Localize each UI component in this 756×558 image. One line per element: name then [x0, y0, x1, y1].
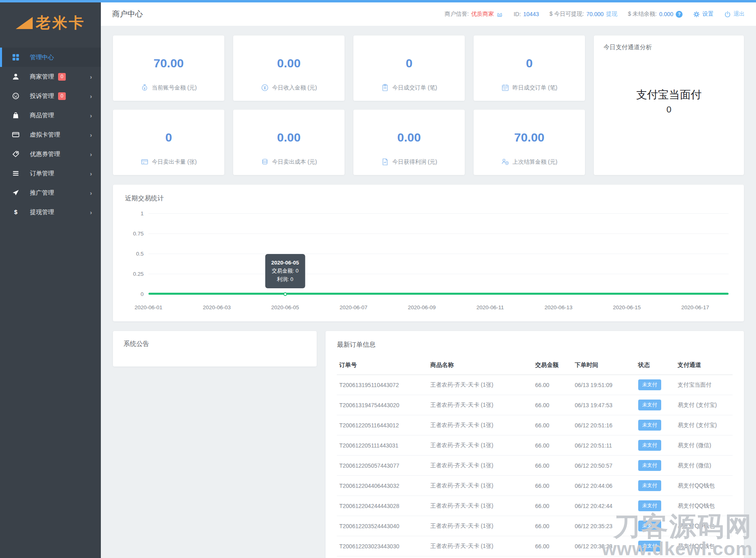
sidebar-item-withdraw[interactable]: 提现管理 › [0, 202, 101, 222]
id-label: ID: [514, 11, 521, 17]
order-status-cell: 未支付 [636, 536, 675, 556]
page-title: 商户中心 [112, 9, 143, 19]
sidebar-item-label: 推广管理 [30, 189, 54, 197]
unsettled-value: 0.000 [659, 11, 673, 17]
logout-button[interactable]: 退出 [724, 10, 745, 18]
sidebar-item-coupon[interactable]: 优惠券管理 › [0, 144, 101, 164]
stat-value: 0 [406, 56, 413, 70]
stat-label: 今日卖出卡量 (张) [140, 158, 196, 166]
sidebar-item-order[interactable]: 订单管理 › [0, 164, 101, 183]
stat-card-icon [501, 158, 510, 166]
column-header: 支付通道 [675, 356, 733, 375]
order-channel-cell: 易支付 (支付宝) [675, 395, 733, 415]
order-amount-cell: 66.00 [533, 476, 572, 496]
brand-name: 老米卡 [36, 13, 86, 33]
sidebar-item-dashboard[interactable]: 管理中心 [0, 48, 101, 67]
stat-card-icon [381, 83, 389, 92]
transaction-chart-card: 近期交易统计 10.750.50.250 2020-06 [113, 185, 744, 321]
stat-label: 昨日成交订单 (笔) [501, 83, 557, 92]
settings-button[interactable]: 设置 [693, 10, 714, 18]
x-axis-tick: 2020-06-09 [408, 304, 436, 310]
sidebar-item-virtual-card[interactable]: 虚拟卡管理 › [0, 125, 101, 144]
stats-row: 70.00 当前账号金额 (元) 0.00 今日收入金额 (元) 0 [113, 35, 744, 175]
order-status-cell: 未支付 [636, 435, 675, 456]
order-id-cell: T200612204244443028 [337, 496, 428, 516]
sidebar-item-label: 商品管理 [30, 112, 54, 119]
stat-label-text: 今日获得利润 (元) [392, 158, 437, 166]
system-announcement-card: 系统公告 [113, 331, 317, 366]
stat-card-cost-today: 0.00 今日卖出成本 (元) [233, 110, 345, 175]
merchant-reputation: 商户信誉: 优质商家 [445, 10, 503, 18]
latest-orders-card: 最新订单信息 订单号商品名称交易金额下单时间状态支付通道 [326, 331, 744, 558]
sidebar-item-icon [12, 170, 19, 177]
sidebar-item-label: 优惠券管理 [30, 150, 60, 158]
tooltip-date: 2020-06-05 [271, 258, 299, 267]
column-header: 交易金额 [533, 356, 572, 375]
order-time-cell: 06/12 20:30:23 [572, 536, 636, 556]
stat-label-text: 昨日成交订单 (笔) [512, 84, 557, 92]
order-time-cell: 06/12 20:35:23 [572, 516, 636, 536]
stat-value: 70.00 [153, 56, 184, 70]
sidebar-item-label: 虚拟卡管理 [30, 131, 60, 139]
order-channel-cell: 支付宝当面付 [675, 375, 733, 395]
status-badge: 未支付 [638, 440, 662, 451]
gridline [148, 254, 729, 254]
channel-value: 0 [594, 104, 744, 115]
sidebar: 老米卡 管理中心 商家管理 0 › 投诉管理 0 › 商品管理 [0, 2, 101, 558]
tooltip-profit: 利润: 0 [271, 275, 299, 284]
main-area: 商户中心 商户信誉: 优质商家 ID: 10443 $ 今日可提现: 70.00… [101, 2, 756, 558]
withdraw-link[interactable]: 提现 [606, 10, 617, 18]
chevron-right-icon: › [90, 189, 92, 196]
sidebar-item-icon [12, 131, 19, 138]
settings-label: 设置 [702, 10, 714, 18]
sidebar-item-complaint[interactable]: 投诉管理 0 › [0, 86, 101, 106]
tooltip-amount-value: 0 [296, 268, 299, 274]
chart-title: 近期交易统计 [125, 194, 732, 203]
order-product-cell: 王者农药-齐天-天卡 (1张) [428, 496, 533, 516]
gear-icon [693, 11, 700, 18]
order-id-cell: T200612205057443077 [337, 456, 428, 476]
withdrawable-label: $ 今日可提现: [549, 10, 584, 18]
order-product-cell: 王者农药-齐天-天卡 (1张) [428, 516, 533, 536]
stat-value: 70.00 [514, 131, 544, 144]
chevron-right-icon: › [90, 131, 92, 138]
x-axis-tick: 2020-06-05 [271, 304, 299, 310]
stat-label: 今日收入金额 (元) [261, 83, 317, 92]
status-badge: 未支付 [638, 480, 662, 491]
sidebar-item-merchant[interactable]: 商家管理 0 › [0, 67, 101, 86]
status-badge: 未支付 [638, 541, 662, 552]
order-channel-cell: 易支付QQ钱包 [675, 556, 733, 558]
sidebar-item-product[interactable]: 商品管理 › [0, 106, 101, 125]
order-id-cell: T200613195110443072 [337, 375, 428, 395]
status-badge: 未支付 [638, 521, 662, 531]
stat-label: 今日卖出成本 (元) [261, 158, 317, 166]
order-amount-cell: 66.00 [533, 415, 572, 435]
help-icon[interactable]: ? [676, 11, 683, 18]
order-channel-cell: 易支付QQ钱包 [675, 516, 733, 536]
top-accent-strip [0, 0, 756, 2]
order-time-cell: 06/12 20:51:16 [572, 415, 636, 435]
chevron-right-icon: › [90, 170, 92, 177]
stat-card-icon [261, 83, 269, 92]
order-channel-cell: 易支付 (微信) [675, 456, 733, 476]
sidebar-item-icon [12, 54, 19, 61]
order-time-cell: 06/12 20:51:11 [572, 435, 636, 456]
sidebar-item-promotion[interactable]: 推广管理 › [0, 183, 101, 202]
order-channel-cell: 易支付QQ钱包 [675, 476, 733, 496]
order-id-cell: T200612203524443040 [337, 516, 428, 536]
data-point-marker[interactable] [283, 292, 287, 296]
gridline [148, 274, 729, 274]
chevron-right-icon: › [90, 151, 92, 158]
channel-panel-body: 支付宝当面付 0 [594, 87, 744, 115]
reputation-label: 商户信誉: [445, 10, 469, 18]
status-badge: 未支付 [638, 460, 662, 471]
stat-value: 0.00 [277, 131, 301, 144]
order-status-cell: 未支付 [636, 516, 675, 536]
order-amount-cell: 66.00 [533, 496, 572, 516]
x-axis-tick: 2020-06-01 [134, 304, 162, 310]
crown-icon [496, 11, 503, 18]
stat-card-cards-sold: 0 今日卖出卡量 (张) [113, 110, 224, 175]
merchant-id: ID: 10443 [514, 11, 539, 17]
order-time-cell: 06/12 20:44:06 [572, 476, 636, 496]
order-time-cell: 06/12 20:50:57 [572, 456, 636, 476]
